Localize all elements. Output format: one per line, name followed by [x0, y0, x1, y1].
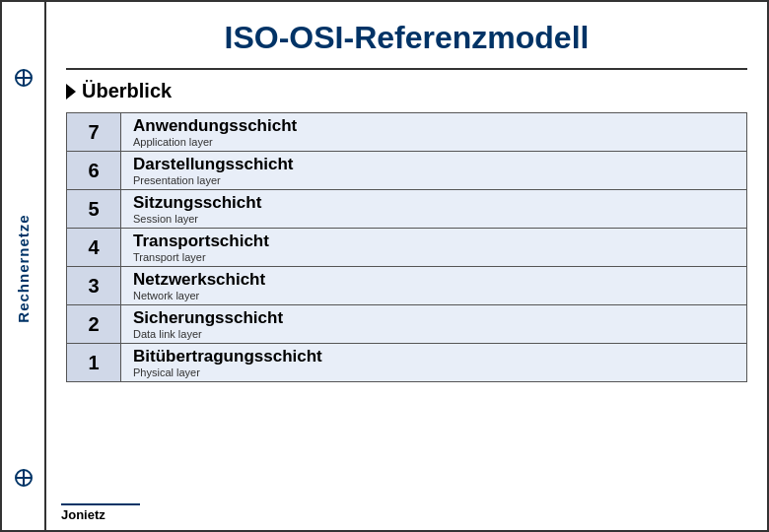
layer-info: TransportschichtTransport layer [121, 229, 747, 267]
crosshair-top-icon [15, 69, 33, 87]
layer-subtitle: Data link layer [133, 328, 734, 340]
layer-name: Transportschicht [133, 232, 734, 251]
sidebar-label: Rechnernetze [15, 214, 32, 322]
table-row: 6DarstellungsschichtPresentation layer [67, 152, 747, 190]
table-row: 5SitzungsschichtSession layer [67, 190, 747, 229]
layer-subtitle: Session layer [133, 213, 734, 225]
layer-info: SicherungsschichtData link layer [121, 305, 747, 344]
layer-number: 2 [67, 305, 121, 344]
crosshair-bottom-icon [15, 469, 33, 487]
footer: Jonietz [61, 503, 140, 522]
arrow-icon [66, 84, 76, 100]
main-window: Rechnernetze ISO-OSI-Referenzmodell Über… [0, 0, 769, 532]
table-row: 3NetzwerkschichtNetwork layer [67, 267, 747, 305]
layer-number: 4 [67, 229, 121, 267]
layer-info: SitzungsschichtSession layer [121, 190, 747, 229]
layer-name: Darstellungsschicht [133, 155, 734, 174]
layer-subtitle: Application layer [133, 136, 734, 148]
table-row: 7AnwendungsschichtApplication layer [67, 113, 747, 152]
section-heading: Überblick [66, 80, 747, 102]
section-heading-text: Überblick [82, 80, 172, 102]
layer-subtitle: Network layer [133, 290, 734, 301]
layer-subtitle: Presentation layer [133, 174, 734, 186]
table-row: 1BitübertragungsschichtPhysical layer [67, 344, 747, 382]
layer-number: 5 [67, 190, 121, 229]
layer-number: 3 [67, 267, 121, 305]
layer-subtitle: Transport layer [133, 251, 734, 263]
layer-name: Sitzungsschicht [133, 193, 734, 213]
layer-info: BitübertragungsschichtPhysical layer [121, 344, 747, 382]
osi-table: 7AnwendungsschichtApplication layer6Dars… [66, 112, 747, 382]
page-title: ISO-OSI-Referenzmodell [66, 12, 747, 70]
table-row: 2SicherungsschichtData link layer [67, 305, 747, 344]
layer-subtitle: Physical layer [133, 366, 734, 378]
layer-info: NetzwerkschichtNetwork layer [121, 267, 747, 305]
layer-number: 6 [67, 152, 121, 190]
layer-name: Netzwerkschicht [133, 270, 734, 290]
layer-name: Sicherungsschicht [133, 308, 734, 328]
layer-number: 7 [67, 113, 121, 152]
layer-name: Anwendungsschicht [133, 116, 734, 136]
table-row: 4TransportschichtTransport layer [67, 229, 747, 267]
layer-number: 1 [67, 344, 121, 382]
footer-label: Jonietz [61, 507, 105, 522]
layer-info: AnwendungsschichtApplication layer [121, 113, 747, 152]
main-content: ISO-OSI-Referenzmodell Überblick 7Anwend… [46, 2, 767, 530]
layer-name: Bitübertragungsschicht [133, 347, 734, 366]
layer-info: DarstellungsschichtPresentation layer [121, 152, 747, 190]
sidebar: Rechnernetze [2, 2, 46, 532]
footer-line [61, 503, 140, 505]
